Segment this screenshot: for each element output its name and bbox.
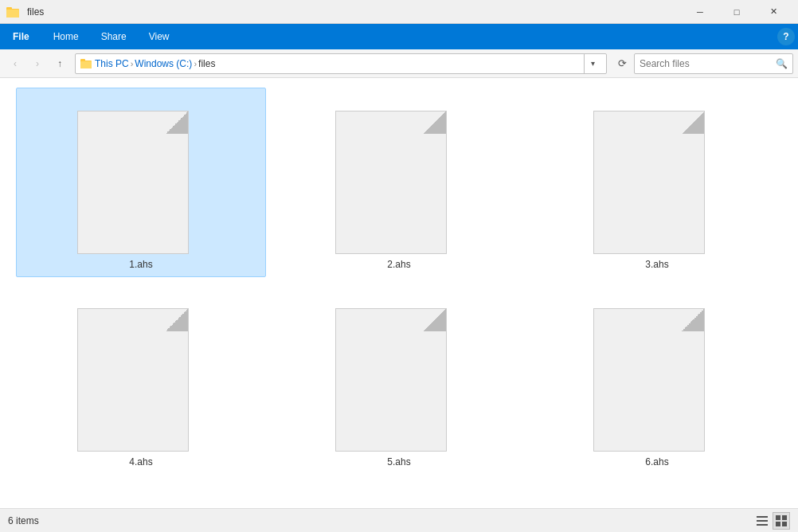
ribbon-view-tab[interactable]: View	[138, 24, 181, 49]
file-icon	[593, 95, 721, 254]
file-page	[593, 308, 705, 452]
file-page	[77, 308, 189, 452]
up-button[interactable]: ↑	[49, 53, 70, 74]
ribbon-share-tab[interactable]: Share	[90, 24, 138, 49]
breadcrumb-thispc[interactable]: This PC	[95, 58, 129, 69]
back-button[interactable]: ‹	[5, 53, 25, 74]
search-icon: 🔍	[776, 58, 788, 69]
file-item[interactable]: 3.ahs	[532, 88, 782, 277]
ribbon-home-tab[interactable]: Home	[42, 24, 90, 49]
svg-rect-11	[776, 522, 780, 526]
address-dropdown[interactable]: ▾	[584, 53, 601, 74]
help-button[interactable]: ?	[777, 28, 795, 45]
svg-rect-12	[782, 522, 787, 526]
file-page	[593, 111, 705, 254]
file-page	[77, 111, 189, 254]
file-icon	[77, 95, 205, 254]
file-page	[335, 308, 447, 452]
large-icons-view-icon	[775, 514, 788, 527]
file-content: 1.ahs 2.ahs 3.ahs 4.ahs 5.ahs 6.ahs	[0, 78, 798, 508]
status-bar: 6 items	[0, 508, 798, 532]
svg-rect-10	[782, 515, 787, 520]
window-title: files	[27, 6, 677, 18]
window-icon	[6, 6, 19, 18]
ribbon: File Home Share View ?	[0, 24, 798, 49]
file-name: 3.ahs	[645, 259, 668, 270]
file-item[interactable]: 1.ahs	[16, 88, 266, 277]
view-controls	[753, 512, 790, 530]
close-button[interactable]: ✕	[755, 0, 792, 24]
file-item[interactable]: 2.ahs	[274, 88, 524, 277]
file-name: 5.ahs	[387, 456, 410, 467]
nav-bar: ‹ › ↑ This PC › Windows (C:) › files ▾ ⟳…	[0, 49, 798, 78]
search-input[interactable]	[640, 58, 776, 69]
file-item[interactable]: 5.ahs	[274, 285, 524, 475]
details-view-icon	[756, 514, 769, 527]
file-name: 2.ahs	[387, 259, 410, 270]
search-box[interactable]: 🔍	[634, 53, 793, 74]
file-icon	[335, 95, 463, 254]
title-bar-icons	[6, 6, 19, 18]
title-controls: ─ □ ✕	[682, 0, 792, 24]
file-name: 4.ahs	[129, 456, 152, 467]
forward-button[interactable]: ›	[27, 53, 48, 74]
title-bar: files ─ □ ✕	[0, 0, 798, 24]
breadcrumb-folder[interactable]: files	[198, 58, 215, 69]
svg-rect-5	[80, 61, 92, 68]
address-bar[interactable]: This PC › Windows (C:) › files ▾	[75, 53, 607, 74]
file-page	[335, 111, 447, 254]
details-view-button[interactable]	[753, 512, 771, 530]
file-icon	[77, 292, 205, 452]
address-folder-icon	[80, 58, 92, 68]
svg-rect-2	[6, 10, 19, 18]
svg-rect-9	[776, 515, 780, 520]
file-item[interactable]: 4.ahs	[16, 285, 266, 475]
svg-rect-8	[757, 524, 768, 526]
item-count: 6 items	[8, 515, 39, 526]
minimize-button[interactable]: ─	[682, 0, 718, 24]
breadcrumb: This PC › Windows (C:) › files	[95, 58, 584, 69]
file-icon	[593, 292, 721, 452]
svg-rect-6	[757, 516, 768, 518]
svg-rect-7	[757, 520, 768, 522]
file-item[interactable]: 6.ahs	[532, 285, 782, 475]
ribbon-file-tab[interactable]: File	[0, 24, 42, 49]
large-icons-view-button[interactable]	[773, 512, 790, 530]
breadcrumb-drive[interactable]: Windows (C:)	[135, 58, 192, 69]
file-icon	[335, 292, 463, 452]
maximize-button[interactable]: □	[718, 0, 755, 24]
refresh-button[interactable]: ⟳	[612, 53, 632, 74]
file-name: 1.ahs	[129, 259, 152, 270]
file-name: 6.ahs	[645, 456, 668, 467]
